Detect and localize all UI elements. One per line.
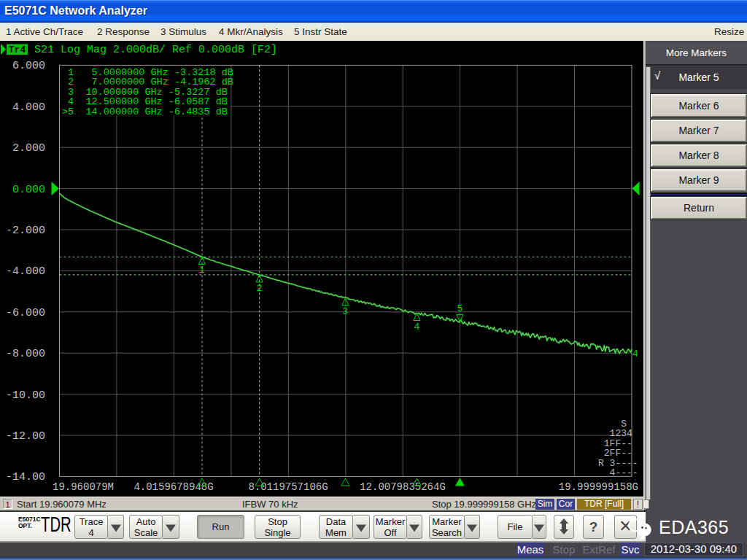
svg-text:4----: 4----: [598, 467, 638, 478]
svg-text:19.960079M: 19.960079M: [53, 481, 114, 493]
svg-text:4: 4: [632, 349, 638, 359]
svg-text:19.999999158G: 19.999999158G: [559, 481, 638, 493]
svg-text:2.000: 2.000: [12, 142, 45, 155]
svg-text:5: 5: [457, 303, 462, 314]
svg-text:3: 3: [342, 306, 348, 317]
svg-text:-4.000: -4.000: [6, 265, 45, 278]
svg-text:>5 14.000000 GHz -6.4835 dB: >5 14.000000 GHz -6.4835 dB: [62, 106, 228, 117]
svg-text:4: 4: [414, 322, 420, 332]
svg-text:12.0079835264G: 12.0079835264G: [360, 481, 446, 493]
svg-text:1: 1: [199, 265, 205, 276]
svg-text:6.000: 6.000: [12, 60, 45, 72]
svg-text:-12.00: -12.00: [6, 430, 45, 443]
svg-text:-8.000: -8.000: [6, 348, 45, 360]
svg-text:4.000: 4.000: [12, 101, 45, 114]
svg-text:-10.00: -10.00: [6, 389, 45, 402]
svg-text:S21 Log Mag 2.000dB/ Ref 0.000: S21 Log Mag 2.000dB/ Ref 0.000dB [F2]: [34, 44, 277, 56]
svg-text:0.000: 0.000: [12, 184, 45, 196]
svg-text:2: 2: [257, 283, 263, 294]
svg-text:4.0159678948G: 4.0159678948G: [133, 481, 213, 493]
svg-text:-6.000: -6.000: [6, 307, 45, 319]
svg-text:8.0119757106G: 8.0119757106G: [248, 481, 328, 493]
svg-text:Tr4: Tr4: [9, 44, 26, 55]
svg-text:-14.00: -14.00: [6, 471, 45, 483]
svg-text:-2.000: -2.000: [6, 225, 45, 237]
